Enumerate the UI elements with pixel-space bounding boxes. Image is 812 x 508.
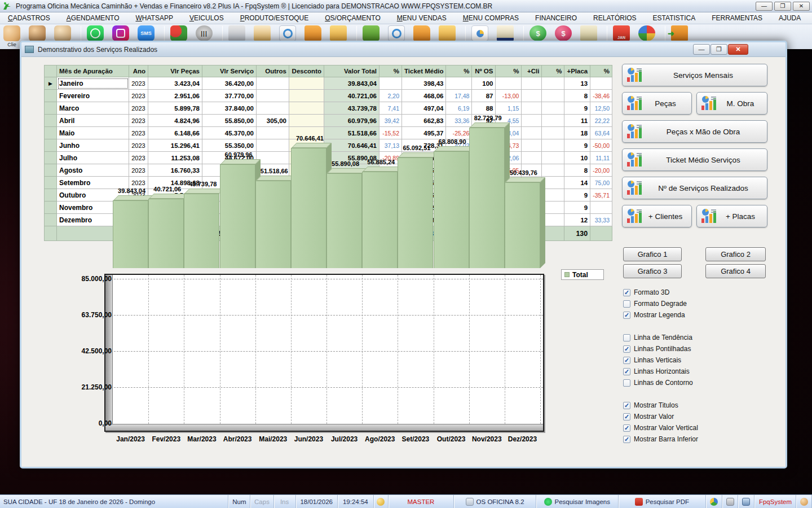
toolbar-icon-money[interactable]	[580, 25, 597, 41]
toolbar-icon-barcode[interactable]: |||	[196, 25, 213, 41]
menu-item-cadastros[interactable]: CADASTROS	[8, 14, 50, 22]
panel-button-pe-as[interactable]: Peças	[622, 92, 692, 115]
menu-item-os-or-amento[interactable]: OS/ORÇAMENTO	[325, 14, 380, 22]
checkbox-mostrar-barra-inferior[interactable]: ✓Mostrar Barra Inferior	[623, 435, 698, 444]
maximize-button[interactable]: ❐	[774, 2, 791, 11]
table-row-maio[interactable]: Maio20236.148,6645.370,0051.518,66-15,52…	[45, 127, 612, 139]
checkbox-mostrar-valor-vertical[interactable]: ✓Mostrar Valor Vertical	[623, 423, 698, 432]
checkbox-linhas-pontilhadas[interactable]: ✓Linhas Pontilhadas	[623, 344, 691, 353]
row-selector[interactable]	[45, 115, 57, 127]
toolbar-icon-whatsapp[interactable]	[87, 25, 104, 41]
checkbox-box[interactable]: ✓	[623, 424, 630, 432]
toolbar-icon-folder[interactable]	[413, 25, 430, 41]
menu-item-veiculos[interactable]: VEICULOS	[189, 14, 224, 22]
button-grafico-4[interactable]: Grafico 4	[705, 264, 766, 278]
toolbar-icon-order[interactable]	[254, 25, 271, 41]
panel-button--clientes[interactable]: + Clientes	[622, 205, 692, 227]
checkbox-box[interactable]: ✓	[623, 345, 630, 353]
checkbox-linhas-horizontais[interactable]: ✓Linhas Horizontais	[623, 367, 690, 376]
toolbar-icon-checkbook[interactable]	[497, 25, 514, 41]
panel-button-n-de-servi-os-realizados[interactable]: Nº de Serviços Realizados	[622, 177, 767, 199]
row-selector[interactable]	[45, 102, 57, 115]
panel-button-servi-os-mensais[interactable]: Serviços Mensais	[622, 64, 767, 86]
checkbox-box[interactable]	[623, 379, 630, 387]
button-grafico-1[interactable]: Grafico 1	[623, 247, 682, 261]
checkbox-box[interactable]: ✓	[623, 436, 630, 443]
checkbox-mostrar-titulos[interactable]: ✓Mostrar Titulos	[623, 401, 678, 410]
checkbox-linhas-verticais[interactable]: ✓Linhas Verticais	[623, 356, 681, 365]
row-selector[interactable]	[45, 139, 57, 152]
toolbar-icon-search[interactable]	[279, 25, 296, 41]
menu-item-agendamento[interactable]: AGENDAMENTO	[67, 14, 120, 22]
toolbar-icon-clients[interactable]	[3, 25, 20, 41]
panel-button--placas[interactable]: + Placas	[696, 205, 767, 227]
checkbox-formato-3d[interactable]: ✓Formato 3D	[623, 288, 669, 297]
toolbar-icon-coin-red[interactable]: $	[555, 25, 572, 41]
menu-item-produto-estoque[interactable]: PRODUTO/ESTOQUE	[240, 14, 309, 22]
toolbar-icon-search[interactable]	[388, 25, 405, 41]
checkbox-box[interactable]	[623, 300, 630, 308]
toolbar-icon-coin-green[interactable]: $	[529, 25, 546, 41]
checkbox-box[interactable]: ✓	[623, 413, 630, 421]
toolbar-icon-exit[interactable]	[671, 25, 688, 41]
minimize-button[interactable]: —	[756, 2, 773, 11]
table-row-fevereiro[interactable]: Fevereiro20232.951,0637.770,0040.721,062…	[45, 90, 612, 102]
menu-item-whatsapp[interactable]: WHATSAPP	[136, 14, 173, 22]
toolbar-icon-printer[interactable]	[228, 25, 245, 41]
menu-item-ferramentas[interactable]: FERRAMENTAS	[712, 14, 762, 22]
close-button[interactable]: ✕	[793, 2, 810, 11]
menu-item-estatistica[interactable]: ESTATISTICA	[653, 14, 696, 22]
row-selector[interactable]	[45, 202, 57, 214]
row-selector[interactable]	[45, 152, 57, 164]
menu-item-financeiro[interactable]: FINANCEIRO	[535, 14, 577, 22]
row-selector[interactable]	[45, 127, 57, 139]
button-grafico-2[interactable]: Grafico 2	[705, 247, 766, 261]
menu-item-relat-rios[interactable]: RELATÓRIOS	[593, 14, 636, 22]
toolbar-icon-sms[interactable]: SMS	[138, 25, 155, 41]
dialog-minimize-button[interactable]: —	[693, 44, 710, 55]
status-printer[interactable]	[722, 495, 738, 508]
status-profile[interactable]	[796, 495, 812, 508]
panel-button-ticket-m-dio-servi-os[interactable]: Ticket Médio Serviços	[622, 148, 767, 171]
table-row-marco[interactable]: Marco20235.899,7837.840,0043.739,787,414…	[45, 102, 612, 115]
panel-button-m-obra[interactable]: M. Obra	[696, 92, 767, 115]
checkbox-box[interactable]: ✓	[623, 402, 630, 409]
checkbox-linha-de-tend-ncia[interactable]: Linha de Tendência	[623, 333, 692, 342]
panel-button-pe-as-x-m-o-de-obra[interactable]: Peças x Mão de Obra	[622, 120, 767, 143]
row-selector[interactable]	[45, 164, 57, 177]
checkbox-box[interactable]: ✓	[623, 312, 630, 319]
row-selector[interactable]	[45, 214, 57, 226]
row-selector[interactable]: ▶	[45, 77, 57, 90]
toolbar-icon-folder-edit[interactable]	[439, 25, 456, 41]
dialog-close-button[interactable]: ✕	[728, 44, 748, 55]
status-key[interactable]	[374, 495, 389, 508]
status-app-version[interactable]: OS OFICINA 8.2	[454, 495, 536, 508]
table-row-janeiro[interactable]: ▶Janeiro20233.423,0436.420,0039.843,0439…	[45, 77, 612, 90]
status-browser[interactable]	[706, 495, 722, 508]
dialog-titlebar[interactable]: Demonstrativo dos Serviços Realizados — …	[21, 42, 785, 57]
row-selector[interactable]	[45, 90, 57, 102]
status-monitor[interactable]	[738, 495, 754, 508]
row-selector[interactable]	[45, 177, 57, 189]
checkbox-box[interactable]	[623, 334, 630, 341]
toolbar-icon-instagram[interactable]	[112, 25, 129, 41]
status-search-pdf[interactable]: Pesquisar PDF	[619, 495, 706, 508]
row-selector[interactable]	[45, 189, 57, 202]
toolbar-icon-folder-edit[interactable]	[330, 25, 347, 41]
toolbar-icon-chart[interactable]	[471, 25, 488, 41]
toolbar-icon-person[interactable]	[54, 25, 71, 41]
checkbox-box[interactable]: ✓	[623, 368, 630, 375]
checkbox-mostrar-legenda[interactable]: ✓Mostrar Legenda	[623, 310, 685, 319]
checkbox-linhas-de-contorno[interactable]: Linhas de Contorno	[623, 378, 693, 387]
checkbox-mostrar-valor[interactable]: ✓Mostrar Valor	[623, 412, 674, 421]
toolbar-icon-parts[interactable]	[170, 25, 187, 41]
checkbox-formato-degrade[interactable]: Formato Degrade	[623, 299, 687, 308]
toolbar-icon-folder[interactable]	[304, 25, 321, 41]
dialog-restore-button[interactable]: ❐	[710, 44, 727, 55]
toolbar-icon-brush[interactable]	[363, 25, 379, 41]
toolbar-icon-browser[interactable]	[638, 25, 655, 41]
checkbox-box[interactable]: ✓	[623, 357, 630, 364]
toolbar-icon-client[interactable]	[29, 25, 46, 41]
button-grafico-3[interactable]: Grafico 3	[623, 264, 682, 278]
menu-item-menu-compras[interactable]: MENU COMPRAS	[463, 14, 519, 22]
